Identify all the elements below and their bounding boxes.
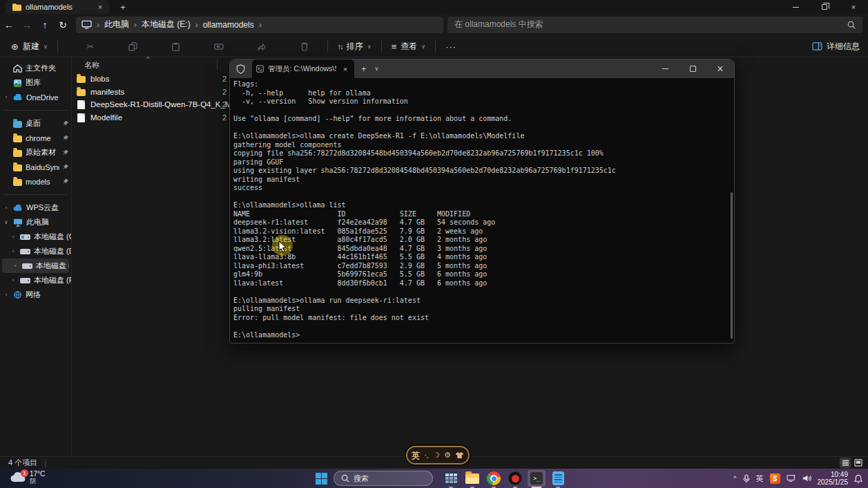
sidebar-item-models[interactable]: models: [0, 174, 71, 189]
sidebar-item-drive-d[interactable]: › 本地磁盘 (D:): [0, 244, 71, 259]
more-button[interactable]: ···: [440, 37, 462, 55]
sidebar-item-gallery[interactable]: 图库: [0, 75, 71, 90]
sort-caret-icon: ^: [146, 55, 149, 62]
breadcrumb-item-drive-e[interactable]: 本地磁盘 (E:): [142, 19, 191, 30]
delete-button[interactable]: [294, 37, 315, 55]
back-button[interactable]: ←: [0, 17, 18, 33]
sidebar-item-drive-e[interactable]: › 本地磁盘 (E:): [2, 259, 69, 273]
sidebar-item-this-pc[interactable]: ∨ 此电脑: [0, 215, 71, 229]
calculator-app-button[interactable]: [442, 470, 460, 487]
chevron-right-icon[interactable]: ›: [3, 94, 10, 100]
sidebar-item-network[interactable]: › 网络: [0, 288, 71, 302]
terminal-body[interactable]: Flags: -h, --help help for ollama -v, --…: [230, 78, 734, 344]
sidebar-item-drive-c[interactable]: › 本地磁盘 (C:): [0, 229, 71, 244]
rename-button[interactable]: [209, 37, 229, 55]
terminal-tab-dropdown-icon[interactable]: ∨: [375, 66, 379, 72]
sidebar-item-onedrive[interactable]: › OneDrive: [0, 90, 71, 104]
ime-punctuation-icon[interactable]: ·,: [424, 451, 429, 459]
breadcrumb-item-this-pc[interactable]: 此电脑: [104, 19, 129, 30]
speaker-icon[interactable]: [802, 474, 811, 482]
hidden-icons-chevron[interactable]: ^: [733, 475, 736, 482]
terminal-minimize-button[interactable]: [651, 59, 679, 78]
sidebar-item-chrome[interactable]: chrome: [0, 131, 71, 145]
search-input[interactable]: 在 ollamamodels 中搜索: [447, 17, 862, 33]
new-button[interactable]: ⊕ 新建 ∨: [6, 37, 53, 55]
folder-icon: [13, 135, 22, 142]
clock-date: 2025/1/25: [818, 478, 849, 486]
this-pc-icon: [81, 20, 92, 29]
skin-shirt-icon[interactable]: [455, 451, 464, 459]
notepad-app-button[interactable]: [549, 470, 567, 487]
start-button[interactable]: [312, 470, 330, 487]
chevron-right-icon[interactable]: ›: [3, 205, 10, 211]
breadcrumb[interactable]: › 此电脑 › 本地磁盘 (E:) › ollamamodels ›: [76, 17, 443, 33]
tab-close-icon[interactable]: ×: [95, 3, 105, 11]
notification-bell-icon[interactable]: [854, 474, 862, 483]
terminal-titlebar[interactable]: 管理员: C:\Windows\System32 × + ∨ ×: [230, 59, 734, 78]
cut-button[interactable]: ✂: [80, 37, 101, 55]
large-icons-view-button[interactable]: [853, 458, 864, 468]
ime-toolbar[interactable]: 英 ·, ☽ ⚙: [406, 446, 470, 464]
chevron-right-icon[interactable]: ›: [3, 292, 10, 298]
restore-button[interactable]: [810, 0, 839, 14]
chrome-button[interactable]: [485, 470, 503, 487]
ime-language-mode[interactable]: 英: [412, 451, 420, 460]
moon-icon[interactable]: ☽: [433, 451, 440, 459]
file-explorer-button[interactable]: [463, 470, 481, 487]
sidebar-item-home[interactable]: 主文件夹: [0, 61, 71, 75]
sidebar-item-wps-cloud[interactable]: › WPS云盘: [0, 200, 71, 215]
paste-button[interactable]: [166, 37, 186, 55]
share-button[interactable]: [251, 37, 272, 55]
sidebar-item-raw-material[interactable]: 原始素材: [0, 145, 71, 160]
sidebar-item-drive-f[interactable]: › 本地磁盘 (F:): [0, 273, 71, 288]
cast-display-icon[interactable]: [787, 474, 796, 482]
terminal-output[interactable]: Flags: -h, --help help for ollama -v, --…: [230, 78, 734, 339]
terminal-new-tab-button[interactable]: +: [361, 64, 367, 74]
terminal-close-button[interactable]: ×: [706, 59, 734, 78]
terminal-maximize-button[interactable]: [679, 59, 706, 78]
folder-icon: [13, 165, 22, 171]
recorder-app-button[interactable]: [506, 470, 524, 487]
folder-icon: [12, 3, 21, 11]
sidebar-item-desktop[interactable]: 桌面: [0, 116, 71, 131]
chrome-icon: [487, 471, 501, 485]
microphone-icon[interactable]: [743, 474, 750, 483]
copy-button[interactable]: [123, 37, 144, 55]
chevron-right-icon[interactable]: ›: [10, 234, 17, 240]
breadcrumb-item-ollamamodels[interactable]: ollamamodels: [203, 20, 254, 30]
details-view-button[interactable]: [840, 458, 851, 468]
chevron-down-icon: ∨: [367, 44, 372, 50]
gear-icon[interactable]: ⚙: [444, 451, 451, 459]
chevron-right-icon[interactable]: ›: [10, 277, 17, 283]
column-header-name[interactable]: 名称: [84, 60, 99, 71]
chevron-right-icon[interactable]: ›: [10, 248, 17, 254]
new-tab-button[interactable]: +: [115, 0, 131, 14]
minimize-button[interactable]: [781, 0, 810, 14]
chevron-down-icon[interactable]: ∨: [3, 219, 10, 225]
details-pane-button[interactable]: 详细信息: [812, 41, 860, 53]
taskbar-clock[interactable]: 10:49 2025/1/25: [818, 471, 849, 486]
refresh-button[interactable]: ↻: [54, 17, 72, 33]
terminal-scrollbar[interactable]: [731, 192, 733, 339]
chevron-right-icon[interactable]: ›: [12, 263, 19, 269]
sogou-input-icon[interactable]: S: [770, 473, 780, 484]
terminal-tab[interactable]: 管理员: C:\Windows\System32 ×: [252, 59, 354, 78]
explorer-tabbar: ollamamodels × + ×: [0, 0, 868, 14]
explorer-tab[interactable]: ollamamodels ×: [6, 0, 109, 14]
up-button[interactable]: ↑: [36, 17, 54, 33]
view-button[interactable]: ≡ 查看 ∨: [386, 37, 431, 55]
terminal-tab-close-icon[interactable]: ×: [340, 65, 350, 73]
taskbar-search[interactable]: 搜索: [334, 471, 433, 486]
weather-widget[interactable]: 1 17°C 阴: [10, 470, 45, 485]
sort-button[interactable]: ↑↓ 排序 ∨: [332, 37, 377, 55]
terminal-taskbar-button[interactable]: >_: [528, 470, 546, 487]
folder-icon: [13, 150, 22, 157]
drive-icon: [20, 249, 30, 254]
column-divider[interactable]: [217, 59, 218, 70]
record-icon: [508, 471, 522, 485]
sidebar-item-baidusyncdisk[interactable]: BaiduSyncdisk: [0, 160, 71, 174]
date-column-sliver: 2: [222, 75, 226, 83]
ime-indicator[interactable]: 英: [756, 473, 764, 484]
close-button[interactable]: ×: [839, 0, 868, 14]
forward-button[interactable]: →: [18, 17, 36, 33]
